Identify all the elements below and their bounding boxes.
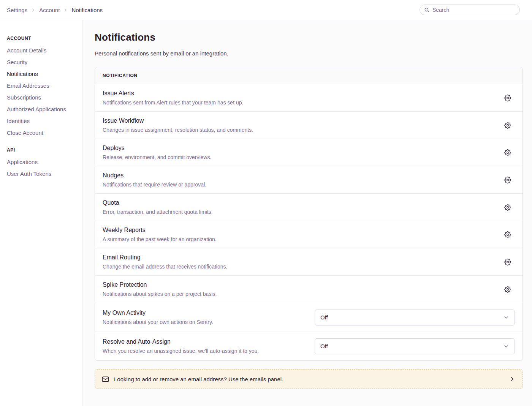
chevron-down-icon: [503, 314, 509, 321]
row-description: Notifications about your own actions on …: [103, 319, 315, 325]
sidebar-section-account: ACCOUNT Account Details Security Notific…: [7, 36, 78, 136]
panel-header: NOTIFICATION: [95, 67, 522, 84]
sidebar-item-authorized-applications[interactable]: Authorized Applications: [7, 106, 78, 112]
sidebar-item-security[interactable]: Security: [7, 59, 78, 65]
row-text: My Own Activity Notifications about your…: [103, 309, 315, 325]
sidebar-item-email-addresses[interactable]: Email Addresses: [7, 82, 78, 89]
breadcrumb-separator-icon: [63, 8, 68, 13]
gear-icon[interactable]: [503, 148, 513, 158]
page-subtitle: Personal notifications sent by email or …: [95, 50, 523, 57]
row-text: Spike Protection Notifications about spi…: [103, 281, 217, 297]
page-title: Notifications: [95, 32, 523, 43]
row-description: When you resolve an unassigned issue, we…: [103, 348, 315, 354]
gear-icon[interactable]: [503, 284, 513, 294]
sidebar-item-subscriptions[interactable]: Subscriptions: [7, 94, 78, 101]
breadcrumb-account[interactable]: Account: [39, 7, 60, 13]
row-description: Changes in issue assignment, resolution …: [103, 127, 253, 133]
breadcrumb-settings[interactable]: Settings: [7, 7, 27, 13]
breadcrumb: Settings Account Notifications: [7, 7, 103, 13]
sidebar-section-title: API: [7, 147, 78, 153]
row-title: My Own Activity: [103, 309, 315, 317]
resolve-auto-assign-select[interactable]: Off: [315, 338, 515, 354]
row-text: Issue Workflow Changes in issue assignme…: [103, 117, 253, 133]
notification-row-nudges: Nudges Notifications that require review…: [95, 166, 522, 194]
row-text: Weekly Reports A summary of the past wee…: [103, 226, 217, 243]
notification-row-quota: Quota Error, transaction, and attachment…: [95, 194, 522, 221]
notification-row-email-routing: Email Routing Change the email address t…: [95, 248, 522, 276]
gear-icon[interactable]: [503, 230, 513, 240]
gear-icon[interactable]: [503, 202, 513, 212]
row-title: Email Routing: [103, 254, 227, 261]
row-text: Nudges Notifications that require review…: [103, 172, 206, 188]
notification-row-issue-workflow: Issue Workflow Changes in issue assignme…: [95, 112, 522, 139]
sidebar-section-api: API Applications User Auth Tokens: [7, 147, 78, 177]
email-panel-alert[interactable]: Looking to add or remove an email addres…: [95, 369, 523, 389]
chevron-right-icon[interactable]: [509, 376, 516, 382]
row-text: Issue Alerts Notifications sent from Ale…: [103, 90, 243, 106]
notification-row-resolve-auto-assign: Resolve and Auto-Assign When you resolve…: [95, 332, 522, 360]
select-value: Off: [320, 314, 328, 321]
row-title: Resolve and Auto-Assign: [103, 338, 315, 346]
gear-icon[interactable]: [503, 93, 513, 103]
gear-icon[interactable]: [503, 175, 513, 185]
row-description: Notifications sent from Alert rules that…: [103, 100, 243, 106]
row-description: A summary of the past week for an organi…: [103, 236, 217, 243]
row-title: Nudges: [103, 172, 206, 179]
sidebar: ACCOUNT Account Details Security Notific…: [0, 20, 82, 406]
notification-row-spike-protection: Spike Protection Notifications about spi…: [95, 276, 522, 303]
notification-row-issue-alerts: Issue Alerts Notifications sent from Ale…: [95, 84, 522, 112]
row-title: Spike Protection: [103, 281, 217, 289]
row-title: Quota: [103, 199, 212, 207]
breadcrumb-notifications: Notifications: [71, 7, 103, 13]
row-text: Deploys Release, environment, and commit…: [103, 144, 211, 161]
gear-icon[interactable]: [503, 120, 513, 130]
my-own-activity-select[interactable]: Off: [315, 310, 515, 325]
sidebar-item-account-details[interactable]: Account Details: [7, 47, 78, 54]
row-title: Issue Workflow: [103, 117, 253, 125]
sidebar-item-user-auth-tokens[interactable]: User Auth Tokens: [7, 171, 78, 177]
notification-row-my-own-activity: My Own Activity Notifications about your…: [95, 303, 522, 332]
breadcrumb-separator-icon: [31, 8, 36, 13]
search-input[interactable]: [420, 5, 520, 15]
alert-text: Looking to add or remove an email addres…: [114, 376, 283, 382]
row-text: Email Routing Change the email address t…: [103, 254, 227, 270]
sidebar-section-title: ACCOUNT: [7, 36, 78, 41]
sidebar-item-notifications[interactable]: Notifications: [7, 71, 78, 77]
notification-row-deploys: Deploys Release, environment, and commit…: [95, 139, 522, 166]
sidebar-item-close-account[interactable]: Close Account: [7, 130, 78, 136]
row-description: Release, environment, and commit overvie…: [103, 154, 211, 161]
sidebar-item-identities[interactable]: Identities: [7, 118, 78, 124]
search-box: [420, 5, 520, 15]
row-title: Issue Alerts: [103, 90, 243, 97]
row-title: Weekly Reports: [103, 226, 217, 234]
chevron-down-icon: [503, 343, 509, 349]
select-value: Off: [320, 343, 328, 349]
gear-icon[interactable]: [503, 257, 513, 267]
notifications-panel: NOTIFICATION Issue Alerts Notifications …: [95, 67, 523, 361]
row-description: Change the email address that receives n…: [103, 264, 227, 270]
row-description: Notifications that require review or app…: [103, 182, 206, 188]
row-text: Resolve and Auto-Assign When you resolve…: [103, 338, 315, 354]
row-description: Error, transaction, and attachment quota…: [103, 209, 212, 215]
row-text: Quota Error, transaction, and attachment…: [103, 199, 212, 215]
mail-icon: [102, 376, 109, 383]
main-content: Notifications Personal notifications sen…: [82, 20, 532, 406]
notification-row-weekly-reports: Weekly Reports A summary of the past wee…: [95, 221, 522, 248]
sidebar-item-applications[interactable]: Applications: [7, 159, 78, 165]
search-icon: [424, 7, 429, 13]
topbar: Settings Account Notifications: [0, 0, 532, 20]
row-title: Deploys: [103, 144, 211, 152]
row-description: Notifications about spikes on a per proj…: [103, 291, 217, 297]
